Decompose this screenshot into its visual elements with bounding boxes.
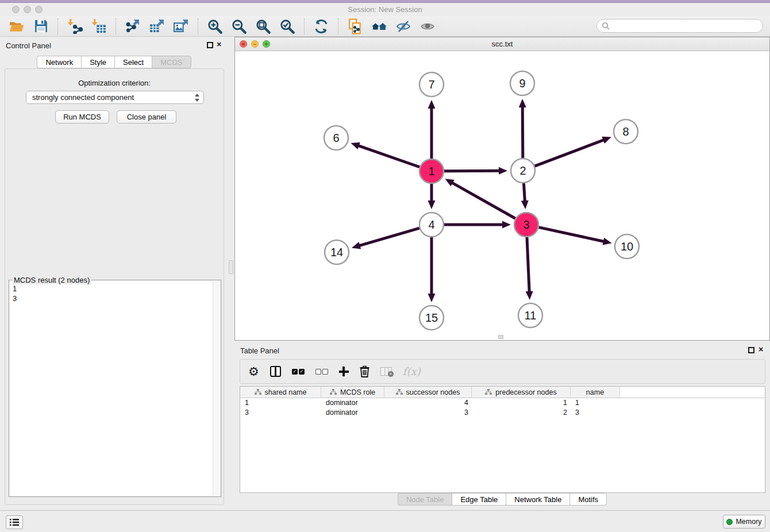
graph-edge-2-3[interactable]	[523, 183, 525, 202]
graph-node-label: 8	[622, 125, 629, 138]
tab-edge-table[interactable]: Edge Table	[452, 493, 506, 506]
mcds-result-group: MCDS result (2 nodes) 1 3	[9, 280, 221, 497]
graph-node-label: 3	[523, 218, 529, 231]
hierarchy-icon	[330, 389, 337, 395]
memory-button[interactable]: Memory	[723, 515, 765, 529]
graph-edge-arrowhead	[602, 137, 611, 144]
column-header-successor-nodes[interactable]: successor nodes	[384, 387, 472, 398]
graph-edge-arrowhead	[351, 142, 360, 149]
tab-node-table[interactable]: Node Table	[398, 493, 452, 506]
graph-edge-arrowhead	[519, 99, 526, 107]
network-graph[interactable]: 7968124314101511	[235, 51, 769, 340]
cell-successor-nodes: 4	[384, 398, 472, 408]
eye-icon[interactable]	[419, 18, 436, 34]
optimization-criterion-select[interactable]: strongly connected component	[26, 91, 204, 104]
table-settings-gear-icon[interactable]: ⚙	[248, 365, 259, 377]
toolbar-separator	[304, 18, 305, 34]
tab-network[interactable]: Network	[37, 56, 81, 68]
export-table-icon[interactable]	[149, 18, 165, 34]
network-view-window: × − + scc.txt 7968124314101511	[234, 37, 770, 341]
zoom-in-icon[interactable]	[207, 18, 223, 34]
table-header-row: shared name MCDS role successor nodes pr…	[240, 387, 765, 398]
show-columns-icon[interactable]	[270, 366, 281, 377]
graph-edge-2-8[interactable]	[535, 140, 605, 166]
graph-node-label: 14	[330, 246, 343, 259]
table-row[interactable]: 1 dominator 4 1 1	[240, 398, 765, 408]
delete-row-icon[interactable]	[360, 365, 369, 377]
export-network-icon[interactable]	[125, 18, 141, 34]
import-table-icon[interactable]	[91, 18, 107, 34]
graph-node-label: 6	[333, 132, 339, 144]
select-all-icon[interactable]: ✓✓	[292, 369, 305, 375]
graph-node-label: 7	[428, 78, 434, 91]
table-panel: Table Panel × ⚙ ✓✓ × f(x) shared name	[234, 342, 770, 510]
network-window-titlebar[interactable]: × − + scc.txt	[235, 37, 769, 51]
close-panel-button[interactable]: Close panel	[117, 110, 176, 124]
float-table-panel-icon[interactable]	[748, 347, 754, 353]
panel-splitter-handle[interactable]	[229, 260, 233, 274]
tab-select[interactable]: Select	[114, 56, 152, 68]
control-panel-header: Control Panel ×	[0, 37, 228, 54]
result-scrollbar[interactable]	[213, 281, 220, 496]
table-panel-header: Table Panel ×	[234, 342, 770, 359]
tab-style[interactable]: Style	[81, 56, 114, 68]
search-icon	[602, 22, 610, 30]
cell-shared-name: 1	[240, 398, 321, 408]
graph-edge-arrowhead	[603, 238, 612, 245]
column-header-mcds-role[interactable]: MCDS role	[321, 387, 384, 398]
cell-successor-nodes: 3	[384, 408, 472, 418]
zoom-fit-icon[interactable]	[255, 18, 271, 34]
refresh-icon[interactable]	[313, 18, 329, 34]
tab-mcds[interactable]: MCDS	[152, 56, 191, 68]
toolbar-separator	[116, 18, 116, 34]
tab-motifs[interactable]: Motifs	[569, 493, 607, 506]
graph-edge-4-14[interactable]	[358, 228, 419, 246]
unselect-all-icon[interactable]	[315, 369, 328, 375]
task-history-button[interactable]	[6, 515, 23, 529]
memory-label: Memory	[736, 518, 761, 526]
graph-edge-arrowhead	[526, 291, 533, 300]
column-header-shared-name[interactable]: shared name	[240, 387, 321, 398]
graph-edge-3-11[interactable]	[527, 237, 529, 293]
zoom-selected-icon[interactable]	[279, 18, 295, 34]
paste-network-icon[interactable]	[347, 18, 363, 34]
function-builder-icon[interactable]: f(x)	[403, 365, 421, 377]
graph-node-label: 15	[425, 311, 438, 324]
zoom-out-icon[interactable]	[231, 18, 247, 34]
status-bar: Memory	[0, 510, 770, 532]
run-mcds-button[interactable]: Run MCDS	[55, 110, 109, 124]
graph-edge-arrowhead	[502, 221, 511, 229]
graph-edge-3-10[interactable]	[538, 228, 605, 242]
close-table-panel-icon[interactable]: ×	[759, 345, 763, 353]
table-row[interactable]: 3 dominator 3 2 3	[240, 408, 765, 418]
export-image-icon[interactable]	[173, 18, 189, 34]
graph-edge-3-1[interactable]	[451, 182, 515, 218]
houses-icon[interactable]	[371, 18, 387, 34]
graph-edge-arrowhead	[499, 167, 507, 175]
graph-edge-2-9[interactable]	[522, 106, 523, 158]
toolbar-separator	[198, 18, 198, 34]
mcds-result-line: 1	[13, 284, 17, 294]
add-row-icon[interactable]	[339, 367, 349, 376]
float-panel-icon[interactable]	[207, 42, 213, 48]
save-icon[interactable]	[33, 18, 49, 34]
column-header-predecessor-nodes[interactable]: predecessor nodes	[472, 387, 571, 398]
eye-slash-icon[interactable]	[395, 18, 411, 34]
search-input[interactable]	[596, 19, 763, 33]
close-panel-icon[interactable]: ×	[217, 40, 221, 48]
mcds-result-line: 3	[13, 294, 17, 303]
toolbar-separator	[338, 18, 338, 34]
graph-edge-arrowhead	[521, 201, 529, 209]
cell-predecessor-nodes: 2	[472, 408, 571, 418]
titlebar: Session: New Session	[0, 3, 770, 16]
graph-edge-1-2[interactable]	[444, 171, 500, 171]
node-table: shared name MCDS role successor nodes pr…	[240, 386, 765, 493]
open-folder-icon[interactable]	[9, 18, 25, 34]
delete-table-icon[interactable]: ×	[380, 367, 392, 376]
import-network-icon[interactable]	[67, 18, 83, 34]
window-resize-handle[interactable]	[498, 335, 503, 339]
network-canvas[interactable]: 7968124314101511	[235, 51, 769, 340]
tab-network-table[interactable]: Network Table	[506, 493, 569, 506]
graph-edge-1-6[interactable]	[357, 145, 419, 167]
column-header-name[interactable]: name	[571, 387, 620, 398]
